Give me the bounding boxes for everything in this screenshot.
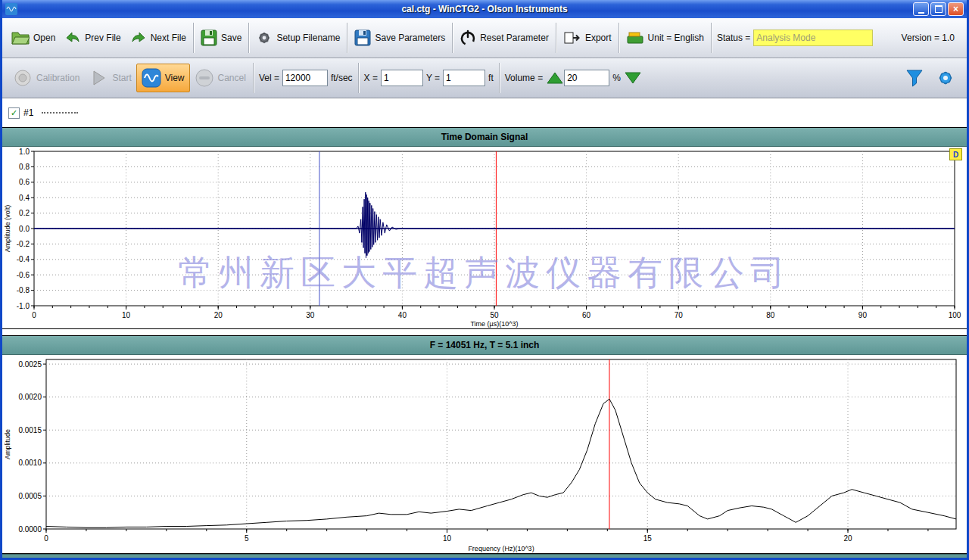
toolbar-separator [248,23,249,53]
svg-text:70: 70 [675,311,684,319]
status-field[interactable] [753,30,873,46]
svg-text:30: 30 [306,311,315,319]
filter-funnel-button[interactable] [905,68,924,88]
save-floppy-icon [201,30,217,46]
waveform-icon [142,68,161,88]
y-input[interactable] [443,70,485,86]
view-label: View [165,73,185,83]
channel1-label: #1 [23,107,33,118]
calibration-icon [13,68,33,88]
svg-text:20: 20 [214,311,223,319]
svg-text:10: 10 [122,311,131,319]
toolbar-separator [452,23,453,53]
reset-parameter-button[interactable]: Reset Parameter [455,26,553,50]
save-parameters-button[interactable]: Save Parameters [350,26,450,50]
time-domain-title: Time Domain Signal [441,132,528,142]
next-file-button[interactable]: Next File [126,26,191,50]
frequency-header: F = 14051 Hz, T = 5.1 inch [2,336,967,355]
volume-up-button[interactable] [546,71,564,85]
svg-text:0: 0 [32,311,36,319]
maximize-button[interactable] [930,2,946,16]
time-domain-panel: Time Domain Signal D 常州新区大平超声波仪器有限公司 010… [2,127,967,329]
toolbar-separator [556,23,556,53]
channel1-checkbox[interactable]: ✓ [8,107,20,119]
setup-filename-button[interactable]: Setup Filename [251,26,344,50]
calibration-label: Calibration [36,73,79,83]
gear-icon [256,30,273,46]
svg-text:15: 15 [643,534,653,543]
time-domain-body: D 常州新区大平超声波仪器有限公司 0102030405060708090100… [2,147,967,328]
prev-file-button[interactable]: Prev File [60,26,125,50]
cancel-button[interactable]: Cancel [190,64,251,92]
prev-file-label: Prev File [85,33,120,43]
legend-row: ✓ #1 [2,98,967,127]
title-bar: cal.ctg - WinCTG2 - Olson Instruments × [2,0,967,18]
svg-text:0.8: 0.8 [19,163,30,171]
channel1-line-sample [42,112,78,114]
svg-text:100: 100 [949,311,961,319]
close-button[interactable]: × [948,2,964,16]
settings-gear-button[interactable] [935,67,956,89]
svg-text:0.6: 0.6 [19,178,30,186]
svg-text:20: 20 [843,534,852,543]
export-icon [563,30,581,46]
toolbar-separator [347,23,347,53]
maximize-icon [935,5,943,13]
main-toolbar: Open Prev File Next File Save Setup File… [2,18,967,58]
svg-text:Frequency (Hz)(10^3): Frequency (Hz)(10^3) [468,545,534,552]
application-window: cal.ctg - WinCTG2 - Olson Instruments × … [0,0,969,560]
toolbar-separator [193,23,194,53]
svg-text:90: 90 [858,311,868,319]
vel-label: Vel = [259,73,279,83]
next-arrow-icon [130,30,147,46]
svg-text:40: 40 [398,311,407,319]
svg-text:0.4: 0.4 [19,194,30,202]
view-button[interactable]: View [136,64,190,92]
d-toggle-button[interactable]: D [949,148,962,160]
export-button[interactable]: Export [559,26,616,50]
open-label: Open [33,33,55,43]
start-button[interactable]: Start [84,64,136,92]
bottom-status-strip [2,554,967,560]
svg-text:0.0020: 0.0020 [18,393,42,401]
cancel-label: Cancel [218,73,246,83]
xy-unit-label: ft [488,73,494,83]
time-domain-chart[interactable]: 0102030405060708090100-1.0-0.8-0.6-0.4-0… [2,147,965,328]
unit-button[interactable]: Unit = English [622,26,709,49]
play-icon [89,68,108,88]
x-input[interactable] [381,70,423,86]
panel-gap [2,329,967,335]
status-label: Status = [717,33,750,43]
save-button[interactable]: Save [196,26,246,50]
save-parameters-floppy-icon [354,30,371,46]
minimize-button[interactable] [913,2,929,16]
unit-icon [626,30,644,45]
svg-text:60: 60 [582,311,591,319]
svg-text:50: 50 [490,311,499,319]
prev-arrow-icon [64,30,81,46]
svg-text:Time (µs)(10^3): Time (µs)(10^3) [470,320,518,328]
power-reset-icon [460,30,476,46]
volume-input[interactable] [564,70,609,86]
unit-label: Unit = English [648,33,704,43]
volume-down-button[interactable] [624,71,642,85]
svg-text:0.0: 0.0 [19,225,30,233]
svg-text:0: 0 [44,534,48,543]
svg-text:0.0010: 0.0010 [18,459,42,467]
open-button[interactable]: Open [7,26,60,50]
calibration-button[interactable]: Calibration [8,64,84,92]
svg-text:0.0025: 0.0025 [18,360,42,369]
svg-text:5: 5 [245,534,249,543]
frequency-chart[interactable]: 051015200.00000.00050.00100.00150.00200.… [2,355,965,553]
svg-text:0.0015: 0.0015 [18,426,42,434]
svg-text:0.0005: 0.0005 [18,492,42,500]
controls-toolbar: Calibration Start View Cancel Vel = ft/s… [2,58,967,98]
frequency-body: 051015200.00000.00050.00100.00150.00200.… [2,355,967,553]
toolbar-separator [711,23,712,53]
toolbar-separator [358,63,359,93]
setup-filename-label: Setup Filename [276,33,340,43]
svg-text:0.0000: 0.0000 [18,525,42,534]
toolbar-right-icons [905,67,961,89]
vel-input[interactable] [282,70,328,86]
check-icon: ✓ [11,109,17,117]
